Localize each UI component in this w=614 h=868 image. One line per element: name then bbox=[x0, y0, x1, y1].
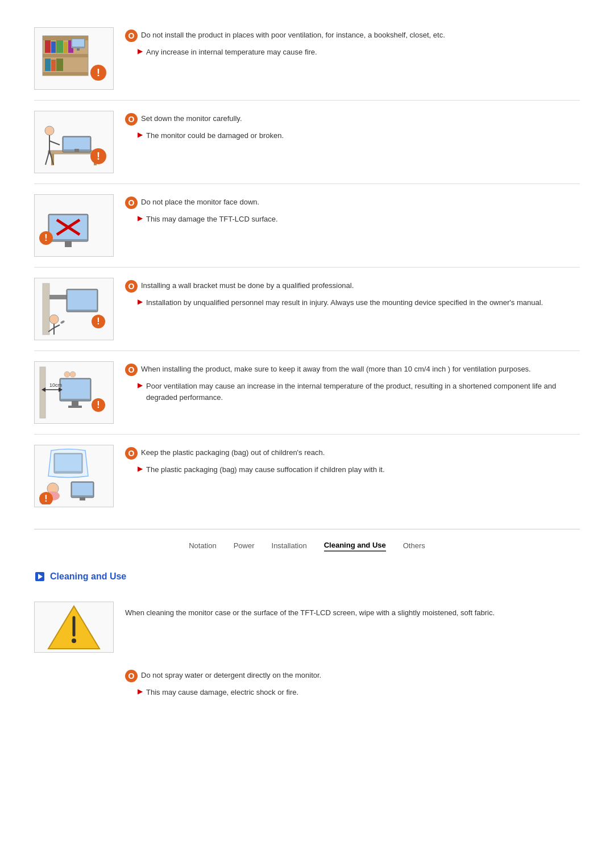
bullet-icon-5: O bbox=[125, 364, 138, 376]
svg-point-57 bbox=[64, 372, 70, 377]
svg-rect-52 bbox=[68, 406, 82, 408]
cleaning-intro-row: When cleaning the monitor case or the su… bbox=[34, 591, 580, 653]
svg-rect-40 bbox=[68, 290, 97, 310]
svg-rect-6 bbox=[56, 40, 63, 53]
section-header: Cleaning and Use bbox=[34, 571, 580, 582]
sub-text-6: The plastic packaging (bag) may cause su… bbox=[146, 464, 385, 475]
illustration-2: ! bbox=[34, 111, 114, 173]
sub-text-1: Any increase in internal temperature may… bbox=[146, 47, 317, 58]
tab-installation[interactable]: Installation bbox=[272, 541, 307, 551]
illustration-4: ! bbox=[34, 278, 114, 340]
content-4: O Installing a wall bracket must be done… bbox=[125, 278, 580, 308]
main-point-3: O Do not place the monitor face down. bbox=[125, 197, 580, 209]
content-6: O Keep the plastic packaging (bag) out o… bbox=[125, 445, 580, 475]
main-text-5: When installing the product, make sure t… bbox=[141, 364, 531, 375]
main-point-1: O Do not install the product in places w… bbox=[125, 30, 580, 42]
section-header-icon bbox=[34, 571, 45, 582]
main-point-2: O Set down the monitor carefully. bbox=[125, 113, 580, 126]
svg-text:10cm: 10cm bbox=[49, 382, 62, 388]
sub-point-6: ▶ The plastic packaging (bag) may cause … bbox=[138, 464, 580, 475]
svg-line-25 bbox=[49, 141, 60, 145]
svg-rect-34 bbox=[65, 241, 72, 247]
tab-cleaning-and-use[interactable]: Cleaning and Use bbox=[324, 541, 386, 552]
svg-rect-3 bbox=[43, 72, 88, 76]
safety-item-1: ! O Do not install the product in places… bbox=[34, 17, 580, 101]
content-5: O When installing the product, make sure… bbox=[125, 361, 580, 403]
svg-rect-11 bbox=[56, 59, 63, 71]
bullet-icon-1: O bbox=[125, 30, 138, 42]
svg-rect-4 bbox=[45, 40, 51, 53]
svg-text:!: ! bbox=[44, 233, 47, 243]
cleaning-arrow-1: ▶ bbox=[138, 687, 143, 695]
safety-item-6: ! O Keep the plastic packaging (bag) out… bbox=[34, 435, 580, 518]
svg-rect-2 bbox=[43, 54, 88, 57]
arrow-icon-5: ▶ bbox=[138, 381, 143, 389]
content-3: O Do not place the monitor face down. ▶ … bbox=[125, 194, 580, 225]
sub-point-1: ▶ Any increase in internal temperature m… bbox=[138, 47, 580, 58]
arrow-icon-6: ▶ bbox=[138, 465, 143, 473]
cleaning-intro-content: When cleaning the monitor case or the su… bbox=[125, 602, 580, 619]
svg-line-44 bbox=[54, 325, 60, 328]
tab-others[interactable]: Others bbox=[403, 541, 425, 551]
svg-rect-37 bbox=[43, 283, 49, 335]
sub-text-5: Poor ventilation may cause an increase i… bbox=[146, 381, 580, 403]
main-text-4: Installing a wall bracket must be done b… bbox=[141, 280, 354, 291]
sub-text-4: Installation by unqualified personnel ma… bbox=[146, 297, 543, 308]
sub-point-2: ▶ The monitor could be damaged or broken… bbox=[138, 130, 580, 141]
svg-rect-10 bbox=[51, 60, 56, 71]
main-point-6: O Keep the plastic packaging (bag) out o… bbox=[125, 447, 580, 460]
svg-rect-5 bbox=[51, 41, 56, 53]
bullet-icon-3: O bbox=[125, 197, 138, 209]
main-point-4: O Installing a wall bracket must be done… bbox=[125, 280, 580, 293]
cleaning-main-1: O Do not spray water or detergent direct… bbox=[125, 670, 580, 682]
svg-text:!: ! bbox=[97, 316, 99, 326]
svg-point-41 bbox=[49, 315, 59, 324]
content-1: O Do not install the product in places w… bbox=[125, 27, 580, 58]
cleaning-items-list: O Do not spray water or detergent direct… bbox=[34, 663, 580, 708]
svg-rect-14 bbox=[77, 48, 80, 51]
svg-text:!: ! bbox=[97, 67, 100, 78]
cleaning-illustration bbox=[34, 602, 114, 653]
svg-rect-69 bbox=[80, 498, 85, 500]
svg-point-74 bbox=[72, 639, 76, 643]
cleaning-sub-text-1: This may cause damage, electric shock or… bbox=[146, 687, 298, 698]
main-text-1: Do not install the product in places wit… bbox=[141, 30, 445, 41]
sub-text-3: This may damage the TFT-LCD surface. bbox=[146, 214, 278, 225]
svg-rect-48 bbox=[40, 367, 45, 418]
svg-rect-13 bbox=[72, 39, 84, 47]
svg-rect-51 bbox=[72, 401, 78, 406]
safety-item-2: ! O Set down the monitor carefully. ▶ Th… bbox=[34, 101, 580, 184]
svg-rect-22 bbox=[74, 149, 79, 152]
sub-point-3: ▶ This may damage the TFT-LCD surface. bbox=[138, 214, 580, 225]
cleaning-content-1: O Do not spray water or detergent direct… bbox=[125, 667, 580, 698]
cleaning-sub-1: ▶ This may cause damage, electric shock … bbox=[138, 687, 580, 698]
tab-bar: Notation Power Installation Cleaning and… bbox=[34, 529, 580, 557]
bullet-icon-6: O bbox=[125, 447, 138, 460]
arrow-icon-1: ▶ bbox=[138, 47, 143, 55]
illustration-1: ! bbox=[34, 27, 114, 90]
arrow-icon-4: ▶ bbox=[138, 298, 143, 306]
arrow-icon-2: ▶ bbox=[138, 131, 143, 139]
svg-rect-9 bbox=[45, 59, 51, 71]
illustration-5: 10cm ! bbox=[34, 361, 114, 424]
sub-text-2: The monitor could be damaged or broken. bbox=[146, 130, 284, 141]
svg-point-23 bbox=[45, 126, 54, 135]
sub-point-4: ▶ Installation by unqualified personnel … bbox=[138, 297, 580, 308]
tab-notation[interactable]: Notation bbox=[189, 541, 216, 551]
main-text-2: Set down the monitor carefully. bbox=[141, 113, 242, 124]
cleaning-main-text-1: Do not spray water or detergent directly… bbox=[141, 670, 321, 681]
svg-text:!: ! bbox=[97, 151, 100, 162]
tab-power[interactable]: Power bbox=[234, 541, 255, 551]
safety-item-3: ! O Do not place the monitor face down. … bbox=[34, 184, 580, 268]
svg-rect-7 bbox=[64, 42, 68, 53]
safety-item-4: ! O Installing a wall bracket must be do… bbox=[34, 268, 580, 351]
svg-line-26 bbox=[45, 151, 49, 165]
svg-rect-68 bbox=[72, 483, 93, 495]
sub-point-5: ▶ Poor ventilation may cause an increase… bbox=[138, 381, 580, 403]
section-title: Cleaning and Use bbox=[50, 571, 126, 582]
svg-rect-38 bbox=[49, 295, 67, 299]
cleaning-item-1: O Do not spray water or detergent direct… bbox=[34, 663, 580, 708]
illustration-3: ! bbox=[34, 194, 114, 257]
svg-text:!: ! bbox=[97, 400, 99, 410]
svg-rect-21 bbox=[64, 137, 90, 149]
